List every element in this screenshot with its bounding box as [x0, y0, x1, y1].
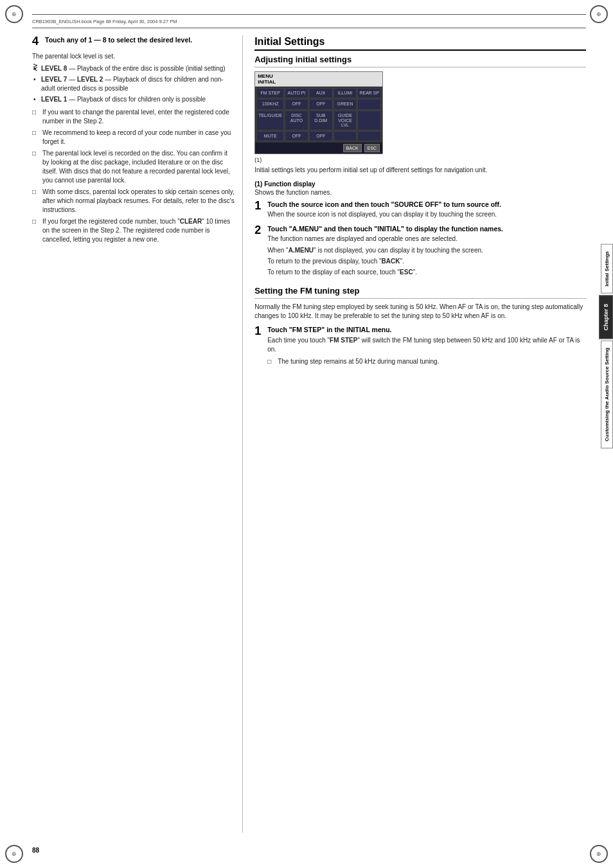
bullet-level8: LEVEL 8 — Playback of the entire disc is… [32, 64, 235, 73]
section-title: Initial Settings [254, 35, 586, 51]
menu-cell-off2: OFF [309, 99, 333, 109]
right-step1-text-block: Touch the source icon and then touch "SO… [267, 200, 586, 219]
corner-circle-br: ⊕ [590, 845, 608, 863]
left-column: 4 Touch any of 1 — 8 to select the desir… [32, 35, 242, 833]
bullet-level1-bold: LEVEL 1 [41, 96, 67, 103]
page-number-box: 88 [32, 846, 39, 854]
bullet-level7: LEVEL 7 — LEVEL 2 — Playback of discs fo… [32, 75, 235, 93]
corner-mark-tr: ⊕ [590, 5, 608, 23]
menu-cell-empty3 [333, 131, 357, 141]
right-step1-number: 1 [254, 200, 267, 211]
page-header: CRB1903B_ENGLISH.book Page 88 Friday, Ap… [32, 14, 586, 28]
check-item-4: With some discs, parental lock operates … [32, 188, 235, 215]
fm-intro: Normally the FM tuning step employed by … [254, 303, 586, 321]
check-item-1: If you want to change the parental level… [32, 108, 235, 126]
right-step2-detail3: To return to the previous display, touch… [267, 257, 586, 266]
corner-circle-bl: ⊕ [5, 845, 23, 863]
menu-cell-discauto: DISC AUTO [285, 111, 308, 130]
step4-subtitle: The parental lock level is set. [32, 52, 235, 61]
menu-bottom-row: BACK ESC [255, 143, 382, 154]
bullet-level2-bold: LEVEL 2 [77, 76, 103, 83]
subsection-title: Adjusting initial settings [254, 55, 586, 67]
menu-cell-off4: OFF [309, 131, 333, 141]
tab-customising: Customising the Audio Source Setting [601, 341, 613, 448]
right-step2-number: 2 [254, 224, 267, 236]
corner-mark-tl: ⊕ [5, 5, 23, 23]
step4-text-block: Touch any of 1 — 8 to select the desired… [45, 35, 235, 44]
right-step2-detail1: The function names are displayed and ope… [267, 235, 586, 244]
menu-screenshot: MENU INITIAL FM STEP AUTO PI AUX ILLUMI … [254, 71, 383, 154]
step4-title: Touch any of 1 — 8 to select the desired… [45, 35, 235, 44]
bullet-level1: LEVEL 1 — Playback of discs for children… [32, 95, 235, 104]
menu-cell-mute: MUTE [256, 131, 284, 141]
menu-back-btn: BACK [343, 144, 362, 152]
fm-section-title: Setting the FM tuning step [254, 286, 586, 299]
fm-check-item-1: The tuning step remains at 50 kHz during… [267, 357, 586, 366]
fm-step1-checklist: The tuning step remains at 50 kHz during… [267, 357, 586, 366]
menu-cell-green: GREEN [333, 99, 357, 109]
menu-title-line1: MENU [258, 73, 380, 79]
menu-title-line2: INITIAL [258, 79, 380, 85]
intro-text: Initial settings lets you perform initia… [254, 166, 586, 175]
menu-cell-rearsp: REAR SP [357, 88, 381, 98]
menu-label-text: (1) [254, 157, 262, 163]
right-step1-row: 1 Touch the source icon and then touch "… [254, 200, 586, 219]
fn-display-text: Shows the function names. [254, 189, 586, 196]
bullet-level7-dash: — [69, 76, 77, 83]
check-item-2: We recommend to keep a record of your co… [32, 128, 235, 146]
tab-initial-settings: Initial Settings [601, 244, 613, 294]
check-item-5: If you forget the registered code number… [32, 217, 235, 244]
fm-step1-text-block: Touch "FM STEP" in the INITIAL menu. Eac… [267, 325, 586, 369]
right-column: Initial Settings Adjusting initial setti… [243, 35, 586, 833]
corner-mark-br: ⊕ [590, 845, 608, 863]
menu-cell-fmstep: FM STEP [256, 88, 284, 98]
corner-circle-tl: ⊕ [5, 5, 23, 23]
tab-chapter8: Chapter 8 [599, 296, 613, 339]
menu-cell-off3: OFF [285, 131, 308, 141]
menu-cell-empty1 [357, 99, 381, 109]
menu-title-bar: MENU INITIAL [255, 72, 382, 87]
bullet-level8-text: — Playback of the entire disc is possibl… [69, 65, 225, 72]
step4-number: 4 [32, 35, 45, 47]
fm-step1-number: 1 [254, 325, 267, 337]
menu-label: (1) [254, 157, 586, 163]
step4-bullet-list: LEVEL 8 — Playback of the entire disc is… [32, 64, 235, 104]
step4-row: 4 Touch any of 1 — 8 to select the desir… [32, 35, 235, 47]
fm-section: Setting the FM tuning step Normally the … [254, 286, 586, 368]
fm-step1-detail1: Each time you touch "FM STEP" will switc… [267, 336, 586, 354]
bullet-level8-bold: LEVEL 8 [41, 65, 67, 72]
menu-cell-100khz: 100KHZ [256, 99, 284, 109]
menu-cell-empty4 [357, 131, 381, 141]
right-step2-detail2: When "A.MENU" is not displayed, you can … [267, 246, 586, 255]
content-area: 4 Touch any of 1 — 8 to select the desir… [32, 35, 586, 833]
corner-circle-tr: ⊕ [590, 5, 608, 23]
right-step2-row: 2 Touch "A.MENU" and then touch "INITIAL… [254, 224, 586, 277]
right-step2-text-block: Touch "A.MENU" and then touch "INITIAL" … [267, 224, 586, 277]
menu-cell-subddim: SUB D.DIM [309, 111, 333, 130]
page-number: 88 [32, 847, 39, 854]
menu-grid: FM STEP AUTO PI AUX ILLUMI REAR SP 100KH… [255, 87, 382, 143]
fm-step1-title: Touch "FM STEP" in the INITIAL menu. [267, 325, 586, 334]
menu-cell-empty2 [357, 111, 381, 130]
right-step1-detail: When the source icon is not displayed, y… [267, 210, 586, 219]
bullet-level7-bold: LEVEL 7 [41, 76, 67, 83]
fn-display-label: (1) Function display [254, 181, 586, 188]
corner-mark-bl: ⊕ [5, 845, 23, 863]
right-step2-detail4: To return to the display of each source,… [267, 268, 586, 277]
menu-cell-off1: OFF [285, 99, 308, 109]
side-tabs: Initial Settings Chapter 8 Customising t… [599, 244, 613, 448]
step4-check-list: If you want to change the parental level… [32, 108, 235, 244]
right-step1-title: Touch the source icon and then touch "SO… [267, 200, 586, 209]
menu-cell-telguide: TEL/GUIDE [256, 111, 284, 130]
bullet-level1-text: — Playback of discs for children only is… [69, 96, 206, 103]
right-step2-title: Touch "A.MENU" and then touch "INITIAL" … [267, 224, 586, 233]
menu-cell-guidevoice: GUIDEVOICELVL [333, 111, 357, 130]
page: ⊕ ⊕ ⊕ ⊕ CRB1903B_ENGLISH.book Page 88 Fr… [0, 0, 613, 868]
menu-cell-autopi: AUTO PI [285, 88, 308, 98]
check-item-3: The parental lock level is recorded on t… [32, 149, 235, 185]
header-text: CRB1903B_ENGLISH.book Page 88 Friday, Ap… [32, 19, 177, 24]
menu-cell-illumi: ILLUMI [333, 88, 357, 98]
fm-step1-row: 1 Touch "FM STEP" in the INITIAL menu. E… [254, 325, 586, 369]
menu-cell-aux: AUX [309, 88, 333, 98]
menu-esc-btn: ESC [364, 144, 380, 152]
